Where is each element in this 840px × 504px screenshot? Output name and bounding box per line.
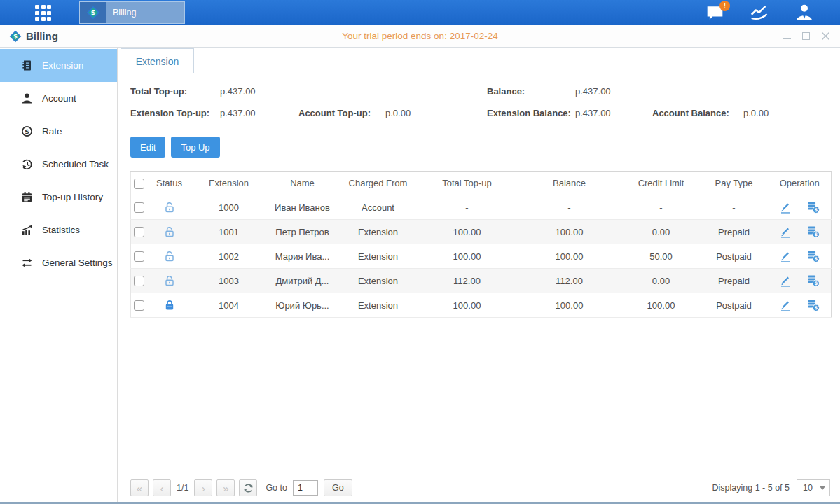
edit-pencil-icon[interactable] bbox=[779, 201, 792, 214]
chevron-down-icon bbox=[820, 486, 825, 490]
sidebar-item-label: Extension bbox=[42, 60, 83, 71]
pay-type-cell: Postpaid bbox=[700, 293, 769, 318]
credit-limit-cell: 50.00 bbox=[623, 244, 700, 269]
sidebar-item-general-settings[interactable]: General Settings bbox=[0, 246, 117, 279]
top-up-button[interactable]: Top Up bbox=[171, 136, 219, 158]
column-header-status[interactable]: Status bbox=[148, 172, 191, 195]
billing-app-icon: $ bbox=[80, 2, 106, 23]
charged-from-cell: Account bbox=[338, 195, 418, 220]
column-header-credit-limit[interactable]: Credit Limit bbox=[623, 172, 700, 195]
sidebar-item-statistics[interactable]: Statistics bbox=[0, 214, 117, 246]
taskbar: $ Billing ! bbox=[0, 0, 840, 25]
lock-open-icon[interactable] bbox=[163, 225, 176, 238]
billing-logo-icon: $ bbox=[9, 30, 22, 46]
column-header-extension[interactable]: Extension bbox=[191, 172, 267, 195]
transfer-arrows-icon bbox=[21, 257, 33, 269]
tab-strip: Extension bbox=[118, 48, 840, 74]
pay-type-cell: Prepaid bbox=[700, 220, 769, 244]
table-row: 1001 Петр Петров Extension 100.00 100.00… bbox=[131, 220, 832, 244]
column-header-charged-from[interactable]: Charged From bbox=[338, 172, 418, 195]
lock-open-icon[interactable] bbox=[163, 201, 176, 214]
sidebar-item-scheduled-task[interactable]: Scheduled Task bbox=[0, 148, 117, 181]
sidebar-item-label: Rate bbox=[42, 126, 62, 136]
column-header-total-topup[interactable]: Total Top-up bbox=[418, 172, 516, 195]
sidebar-item-account[interactable]: Account bbox=[0, 82, 117, 115]
history-clock-icon bbox=[21, 158, 33, 170]
topup-coins-icon[interactable]: $ bbox=[806, 200, 820, 214]
page-size-select[interactable]: 10 bbox=[797, 479, 830, 496]
balance-cell: - bbox=[516, 195, 623, 220]
next-page-button[interactable]: › bbox=[194, 479, 212, 496]
charged-from-cell: Extension bbox=[338, 244, 418, 269]
goto-page-input[interactable] bbox=[293, 480, 318, 496]
column-header-name[interactable]: Name bbox=[267, 172, 338, 195]
close-icon[interactable] bbox=[821, 31, 830, 41]
minimize-icon[interactable] bbox=[782, 31, 791, 41]
row-checkbox[interactable] bbox=[134, 251, 144, 262]
messages-icon[interactable]: ! bbox=[704, 3, 725, 22]
tab-extension[interactable]: Extension bbox=[121, 48, 194, 74]
prev-page-button[interactable]: ‹ bbox=[153, 479, 171, 496]
name-cell: Юрий Юрь... bbox=[267, 293, 338, 318]
table-row: 1000 Иван Иванов Account - - - - bbox=[131, 195, 832, 220]
svg-text:$: $ bbox=[814, 256, 818, 262]
extension-topup-value: p.437.00 bbox=[220, 108, 256, 118]
edit-pencil-icon[interactable] bbox=[779, 250, 792, 263]
edit-pencil-icon[interactable] bbox=[779, 274, 792, 288]
name-cell: Иван Иванов bbox=[267, 195, 338, 220]
bar-chart-icon bbox=[21, 224, 33, 236]
account-balance-value: p.0.00 bbox=[743, 108, 769, 118]
row-checkbox[interactable] bbox=[134, 202, 144, 213]
row-checkbox[interactable] bbox=[134, 227, 144, 237]
topup-coins-icon[interactable]: $ bbox=[806, 298, 820, 312]
total-topup-cell: 112.00 bbox=[418, 269, 516, 293]
displaying-text: Displaying 1 - 5 of 5 bbox=[712, 483, 790, 493]
svg-text:$: $ bbox=[814, 232, 818, 237]
maximize-icon[interactable] bbox=[801, 31, 811, 41]
sidebar-item-label: Account bbox=[42, 93, 76, 104]
column-header-operation[interactable]: Operation bbox=[769, 172, 832, 195]
sidebar-item-label: Scheduled Task bbox=[42, 159, 109, 169]
last-page-button[interactable]: » bbox=[216, 479, 235, 496]
sidebar-item-rate[interactable]: $ Rate bbox=[0, 115, 117, 148]
topup-coins-icon[interactable]: $ bbox=[806, 274, 820, 288]
window-title: Billing bbox=[26, 25, 58, 47]
edit-button[interactable]: Edit bbox=[130, 136, 165, 158]
apps-grid-icon[interactable] bbox=[35, 5, 52, 21]
select-all-checkbox[interactable] bbox=[134, 178, 144, 189]
svg-text:$: $ bbox=[814, 281, 818, 286]
topup-coins-icon[interactable]: $ bbox=[806, 249, 820, 263]
extension-table: Status Extension Name Charged From Total… bbox=[130, 171, 832, 318]
lock-open-icon[interactable] bbox=[163, 274, 176, 287]
refresh-button[interactable] bbox=[239, 479, 257, 496]
row-checkbox[interactable] bbox=[134, 300, 144, 311]
column-header-pay-type[interactable]: Pay Type bbox=[700, 172, 769, 195]
row-checkbox[interactable] bbox=[134, 276, 144, 286]
taskbar-billing-tab[interactable]: $ Billing bbox=[79, 1, 185, 24]
sidebar: Extension Account $ Rate Scheduled Task … bbox=[0, 48, 118, 502]
edit-pencil-icon[interactable] bbox=[779, 225, 792, 239]
name-cell: Мария Ива... bbox=[267, 244, 338, 269]
topup-coins-icon[interactable]: $ bbox=[806, 225, 820, 239]
total-topup-cell: - bbox=[418, 195, 516, 220]
window-titlebar: $ Billing Your trial period ends on: 201… bbox=[0, 25, 840, 48]
lock-open-icon[interactable] bbox=[163, 250, 176, 262]
reports-chart-icon[interactable] bbox=[749, 3, 770, 22]
go-button[interactable]: Go bbox=[324, 479, 352, 496]
select-all-header bbox=[131, 172, 148, 195]
person-icon bbox=[21, 92, 33, 104]
sidebar-item-label: General Settings bbox=[42, 258, 113, 268]
column-header-balance[interactable]: Balance bbox=[516, 172, 623, 195]
edit-pencil-icon[interactable] bbox=[779, 299, 792, 312]
user-icon[interactable] bbox=[794, 3, 815, 22]
extension-table-body: 1000 Иван Иванов Account - - - - bbox=[131, 195, 832, 318]
lock-closed-icon[interactable] bbox=[163, 299, 176, 312]
account-balance-label: Account Balance: bbox=[652, 108, 729, 118]
page-size-value: 10 bbox=[803, 483, 813, 493]
pay-type-cell: Postpaid bbox=[700, 244, 769, 269]
sidebar-item-extension[interactable]: Extension bbox=[0, 49, 117, 82]
sidebar-item-topup-history[interactable]: Top-up History bbox=[0, 181, 117, 214]
total-topup-cell: 100.00 bbox=[418, 244, 516, 269]
account-topup-value: p.0.00 bbox=[385, 108, 411, 118]
first-page-button[interactable]: « bbox=[130, 479, 149, 496]
